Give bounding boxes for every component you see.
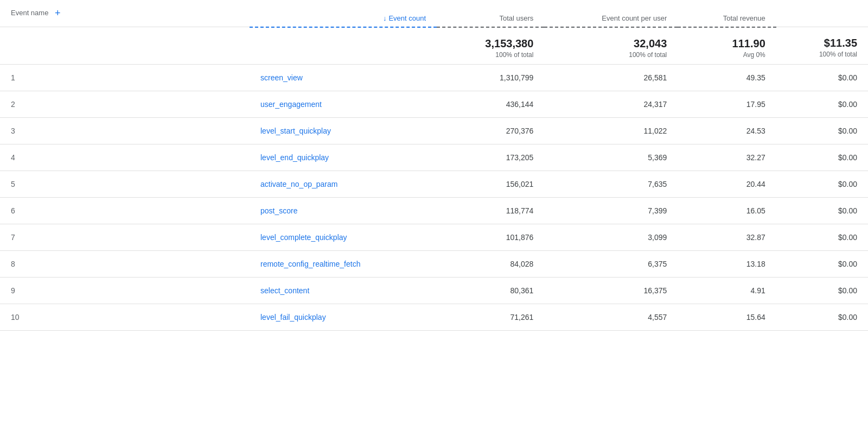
total-users-cell: 16,375 (544, 277, 678, 304)
rank-cell: 3 (0, 117, 250, 144)
event-name-cell: user_engagement (250, 91, 437, 117)
rank-cell: 8 (0, 250, 250, 277)
event-count-per-user-cell: 13.18 (678, 250, 776, 277)
event-count-per-user-cell: 24.53 (678, 117, 776, 144)
event-name-column-header: Event name + (0, 0, 250, 27)
sort-down-icon: ↓ (383, 14, 387, 22)
table-row: 10 level_fail_quickplay 71,261 4,557 15.… (0, 304, 868, 330)
total-revenue-cell: $0.00 (776, 197, 868, 224)
event-name-cell: level_fail_quickplay (250, 304, 437, 330)
total-revenue-cell: $0.00 (776, 224, 868, 250)
rank-cell: 1 (0, 64, 250, 91)
event-count-per-user-cell: 32.87 (678, 224, 776, 250)
table-row: 1 screen_view 1,310,799 26,581 49.35 $0.… (0, 64, 868, 91)
total-users-cell: 5,369 (544, 144, 678, 171)
event-count-cell: 84,028 (437, 250, 544, 277)
total-users-cell: 6,375 (544, 250, 678, 277)
event-count-cell: 270,376 (437, 117, 544, 144)
total-revenue-cell: $0.00 (776, 304, 868, 330)
event-name-link[interactable]: level_end_quickplay (260, 153, 329, 162)
rank-cell: 4 (0, 144, 250, 171)
event-count-cell: 436,144 (437, 91, 544, 117)
event-name-cell: select_content (250, 277, 437, 304)
summary-row: 3,153,380 100% of total 32,043 100% of t… (0, 27, 868, 65)
rank-cell: 10 (0, 304, 250, 330)
event-count-per-user-cell: 20.44 (678, 171, 776, 197)
summary-total-users: 32,043 100% of total (544, 27, 678, 65)
event-name-link[interactable]: level_complete_quickplay (260, 233, 347, 242)
event-name-cell: activate_no_op_param (250, 171, 437, 197)
events-table: Event name + ↓Event count Total users Ev… (0, 0, 868, 331)
event-count-per-user-cell: 16.05 (678, 197, 776, 224)
total-users-cell: 11,022 (544, 117, 678, 144)
event-count-per-user-cell: 4.91 (678, 277, 776, 304)
total-revenue-column-header[interactable]: Total revenue (678, 0, 776, 27)
event-name-cell: post_score (250, 197, 437, 224)
table-row: 5 activate_no_op_param 156,021 7,635 20.… (0, 171, 868, 197)
table-row: 6 post_score 118,774 7,399 16.05 $0.00 (0, 197, 868, 224)
event-count-cell: 118,774 (437, 197, 544, 224)
table-header-row: Event name + ↓Event count Total users Ev… (0, 0, 868, 27)
event-count-per-user-column-header[interactable]: Event count per user (544, 0, 678, 27)
event-name-cell: screen_view (250, 64, 437, 91)
total-users-cell: 7,399 (544, 197, 678, 224)
event-name-link[interactable]: screen_view (260, 73, 303, 82)
summary-total-revenue: $11.35 100% of total (776, 27, 868, 65)
event-count-cell: 80,361 (437, 277, 544, 304)
total-revenue-cell: $0.00 (776, 277, 868, 304)
add-column-icon[interactable]: + (55, 8, 61, 19)
total-users-cell: 7,635 (544, 171, 678, 197)
rank-cell: 5 (0, 171, 250, 197)
rank-cell: 9 (0, 277, 250, 304)
event-name-link[interactable]: level_fail_quickplay (260, 313, 326, 322)
rank-cell: 6 (0, 197, 250, 224)
event-name-cell: remote_config_realtime_fetch (250, 250, 437, 277)
event-name-link[interactable]: user_engagement (260, 100, 322, 109)
total-users-column-header[interactable]: Total users (437, 0, 544, 27)
total-revenue-cell: $0.00 (776, 91, 868, 117)
total-revenue-cell: $0.00 (776, 64, 868, 91)
event-name-link[interactable]: post_score (260, 206, 297, 215)
event-count-per-user-cell: 49.35 (678, 64, 776, 91)
total-users-cell: 26,581 (544, 64, 678, 91)
rank-cell: 7 (0, 224, 250, 250)
total-revenue-cell: $0.00 (776, 144, 868, 171)
summary-event-count: 3,153,380 100% of total (437, 27, 544, 65)
total-users-cell: 4,557 (544, 304, 678, 330)
event-count-cell: 173,205 (437, 144, 544, 171)
event-name-cell: level_end_quickplay (250, 144, 437, 171)
total-revenue-cell: $0.00 (776, 171, 868, 197)
event-count-per-user-cell: 32.27 (678, 144, 776, 171)
event-count-cell: 71,261 (437, 304, 544, 330)
summary-empty-name (250, 27, 437, 65)
table-row: 7 level_complete_quickplay 101,876 3,099… (0, 224, 868, 250)
event-count-cell: 156,021 (437, 171, 544, 197)
event-count-cell: 101,876 (437, 224, 544, 250)
total-users-cell: 24,317 (544, 91, 678, 117)
event-count-per-user-cell: 15.64 (678, 304, 776, 330)
summary-empty-rank (0, 27, 250, 65)
table-row: 4 level_end_quickplay 173,205 5,369 32.2… (0, 144, 868, 171)
table-row: 8 remote_config_realtime_fetch 84,028 6,… (0, 250, 868, 277)
event-name-cell: level_start_quickplay (250, 117, 437, 144)
table-row: 9 select_content 80,361 16,375 4.91 $0.0… (0, 277, 868, 304)
table-row: 2 user_engagement 436,144 24,317 17.95 $… (0, 91, 868, 117)
table-row: 3 level_start_quickplay 270,376 11,022 2… (0, 117, 868, 144)
event-name-link[interactable]: remote_config_realtime_fetch (260, 260, 360, 268)
summary-event-count-per-user: 111.90 Avg 0% (678, 27, 776, 65)
event-name-link[interactable]: activate_no_op_param (260, 180, 337, 188)
event-count-column-header[interactable]: ↓Event count (250, 0, 437, 27)
event-count-per-user-cell: 17.95 (678, 91, 776, 117)
event-name-link[interactable]: level_start_quickplay (260, 127, 331, 135)
event-count-cell: 1,310,799 (437, 64, 544, 91)
events-table-container: Event name + ↓Event count Total users Ev… (0, 0, 868, 441)
total-revenue-cell: $0.00 (776, 250, 868, 277)
event-name-cell: level_complete_quickplay (250, 224, 437, 250)
event-name-link[interactable]: select_content (260, 286, 309, 295)
total-revenue-cell: $0.00 (776, 117, 868, 144)
total-users-cell: 3,099 (544, 224, 678, 250)
rank-cell: 2 (0, 91, 250, 117)
